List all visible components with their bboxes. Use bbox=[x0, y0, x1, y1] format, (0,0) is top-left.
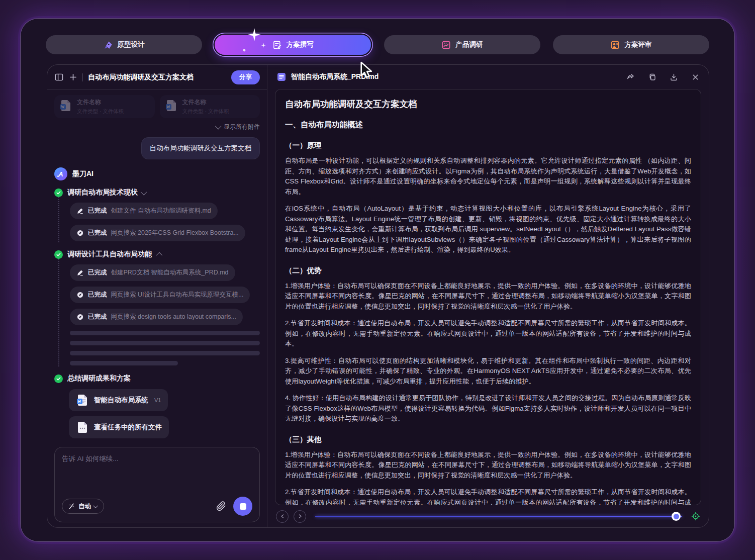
skeleton-bar bbox=[70, 341, 260, 345]
check-icon bbox=[54, 250, 63, 259]
new-chat-button[interactable] bbox=[68, 73, 77, 82]
task-step-status: 已完成 bbox=[88, 207, 107, 215]
markdown-file-icon bbox=[276, 72, 287, 82]
version-slider[interactable] bbox=[315, 512, 682, 521]
slider-thumb[interactable] bbox=[672, 512, 681, 521]
task-step-status: 已完成 bbox=[88, 229, 107, 237]
locate-target-icon[interactable] bbox=[691, 512, 700, 521]
doc-heading: （三）其他 bbox=[285, 435, 691, 444]
tab-product-research[interactable]: 产品调研 bbox=[384, 35, 540, 54]
attachment-card[interactable]: 文件名称文件类型 · 文件体积 bbox=[54, 95, 155, 118]
doc-heading: 自动布局功能调研及交互方案文档 bbox=[285, 98, 691, 110]
composer-input[interactable] bbox=[62, 454, 252, 497]
open-file-title: 智能自动布局系统_PRD.md bbox=[291, 72, 622, 81]
check-icon bbox=[54, 189, 63, 197]
document-actions bbox=[626, 73, 700, 81]
skeleton-bar bbox=[70, 361, 178, 365]
tab-label: 原型设计 bbox=[118, 40, 145, 49]
attachment-meta: 文件类型 · 文件体积 bbox=[77, 108, 124, 115]
close-icon[interactable] bbox=[691, 73, 700, 81]
header-divider bbox=[82, 73, 83, 81]
task-group-title: 调研设计工具自动布局功能 bbox=[67, 250, 152, 259]
attachment-card[interactable]: 文件名称文件类型 · 文件体积 bbox=[160, 95, 260, 118]
task-step-pill[interactable]: 已完成创建PRD文档 智能自动布局系统_PRD.md bbox=[70, 264, 235, 281]
attachment-doc-icon bbox=[165, 99, 178, 114]
task-group-body: 已完成创建文件 自动布局功能调研资料.md已完成网页搜索 2025年CSS Gr… bbox=[58, 197, 260, 242]
task-step-pill[interactable]: 已完成网页搜索 2025年CSS Grid Flexbox Bootstra..… bbox=[70, 225, 245, 241]
tab-proposal-review[interactable]: 方案评审 bbox=[553, 35, 709, 54]
share-icon[interactable] bbox=[626, 73, 635, 81]
doc-heading: 一、自动布局功能概述 bbox=[285, 120, 691, 130]
attachment-name: 文件名称 bbox=[77, 98, 124, 107]
sparkle-icon bbox=[243, 49, 246, 52]
sparkle-icon bbox=[248, 28, 261, 41]
doc-paragraph: 1.增强用户体验：自动布局可以确保页面在不同设备上都能良好地展示，提供一致的用户… bbox=[285, 281, 691, 312]
result-file-card[interactable]: 查看任务中的所有文件 bbox=[69, 416, 169, 438]
composer-toolbar: 自动 bbox=[62, 497, 252, 516]
prev-page-button[interactable] bbox=[276, 510, 289, 523]
doc-heading: （二）优势 bbox=[285, 266, 691, 275]
conversation-title: 自动布局功能调研及交互方案文档 bbox=[88, 73, 226, 82]
task-step-pill[interactable]: 已完成网页搜索 design tools auto layout compari… bbox=[70, 309, 243, 325]
tab-proposal-writing[interactable]: 方案撰写 bbox=[215, 35, 371, 55]
sidebar-toggle-button[interactable] bbox=[54, 73, 63, 82]
attachment-text: 文件名称文件类型 · 文件体积 bbox=[77, 98, 124, 115]
document-content[interactable]: 自动布局功能调研及交互方案文档一、自动布局功能概述（一）原理自动布局是一种设计功… bbox=[275, 89, 701, 505]
task-step-status: 已完成 bbox=[88, 313, 107, 321]
app-window: 原型设计 方案撰写 产品调研 方案评审 bbox=[20, 18, 735, 542]
tab-prototype-design[interactable]: 原型设计 bbox=[46, 35, 202, 54]
assistant-header: A 墨刀AI bbox=[54, 167, 260, 180]
web-search-icon bbox=[76, 291, 84, 299]
doc-edit-icon bbox=[272, 40, 282, 50]
mode-selector[interactable]: 自动 bbox=[62, 499, 104, 514]
chart-icon bbox=[441, 40, 451, 50]
doc-word-icon bbox=[76, 394, 89, 407]
task-step-pill[interactable]: 已完成创建文件 自动布局功能调研资料.md bbox=[70, 203, 218, 219]
chat-scroll-area[interactable]: 文件名称文件类型 · 文件体积文件名称文件类型 · 文件体积 显示所有附件 自动… bbox=[47, 90, 267, 442]
copy-icon[interactable] bbox=[648, 73, 656, 81]
task-group-header[interactable]: 总结调研成果和方案 bbox=[54, 374, 260, 383]
assistant-avatar: A bbox=[54, 167, 67, 180]
composer: 自动 bbox=[54, 447, 260, 522]
chevron-down-icon bbox=[215, 123, 222, 130]
share-button[interactable]: 分享 bbox=[231, 70, 260, 84]
attach-file-button[interactable] bbox=[216, 501, 226, 511]
stop-icon bbox=[240, 503, 246, 510]
slider-track[interactable] bbox=[315, 516, 682, 517]
web-search-icon bbox=[76, 313, 84, 321]
attachment-name: 文件名称 bbox=[182, 98, 229, 107]
chat-panel: 自动布局功能调研及交互方案文档 分享 文件名称文件类型 · 文件体积文件名称文件… bbox=[47, 65, 267, 527]
document-panel-header: 智能自动布局系统_PRD.md bbox=[275, 65, 701, 89]
task-step-pill[interactable]: 已完成网页搜索 UI设计工具自动布局实现原理交互模... bbox=[70, 287, 250, 303]
pen-nib-icon bbox=[104, 40, 113, 50]
document-card: 自动布局功能调研及交互方案文档一、自动布局功能概述（一）原理自动布局是一种设计功… bbox=[275, 89, 701, 505]
top-nav: 原型设计 方案撰写 产品调研 方案评审 bbox=[46, 34, 709, 56]
doc-paragraph: 自动布局是一种设计功能，可以根据定义的规则和关系自动调整和排列容器内的元素。它允… bbox=[285, 156, 691, 197]
main-content: 自动布局功能调研及交互方案文档 分享 文件名称文件类型 · 文件体积文件名称文件… bbox=[47, 64, 709, 528]
tab-label: 方案撰写 bbox=[287, 40, 314, 49]
download-icon[interactable] bbox=[670, 73, 678, 81]
task-group-header[interactable]: 调研设计工具自动布局功能 bbox=[54, 250, 260, 259]
attachment-cards: 文件名称文件类型 · 文件体积文件名称文件类型 · 文件体积 bbox=[54, 95, 260, 118]
task-step-text: 网页搜索 UI设计工具自动布局实现原理交互模... bbox=[111, 291, 244, 299]
task-step-text: 创建PRD文档 智能自动布局系统_PRD.md bbox=[111, 268, 229, 277]
sparkle-icon bbox=[261, 43, 266, 48]
chevron-up-icon bbox=[156, 252, 163, 258]
pen-icon bbox=[76, 207, 84, 215]
task-group-header[interactable]: 调研自动布局技术现状 bbox=[54, 188, 260, 197]
doc-paragraph: 4. 协作性好：使用自动布局构建的设计通常更易于团队协作，特别是改进了设计师和开… bbox=[285, 393, 691, 424]
doc-paragraph: 3.提高可维护性：自动布局可以使页面的结构更加清晰和模块化，易于维护和更新。其在… bbox=[285, 356, 691, 387]
task-group-list: 调研自动布局技术现状已完成创建文件 自动布局功能调研资料.md已完成网页搜索 2… bbox=[54, 188, 260, 383]
mode-label: 自动 bbox=[78, 502, 91, 511]
result-file-card[interactable]: 智能自动布局系统V1 bbox=[69, 389, 168, 411]
pen-icon bbox=[76, 269, 84, 276]
show-all-attachments-button[interactable]: 显示所有附件 bbox=[54, 123, 260, 131]
stop-generation-button[interactable] bbox=[233, 497, 252, 516]
tab-label: 方案评审 bbox=[624, 40, 651, 49]
result-file-name: 智能自动布局系统 bbox=[94, 396, 148, 405]
task-group-title: 调研自动布局技术现状 bbox=[67, 188, 138, 197]
next-page-button[interactable] bbox=[294, 510, 306, 523]
doc-paragraph: 2.节省开发时间和成本：通过使用自动布局，开发人员可以避免手动调整和适配不同屏幕… bbox=[285, 487, 691, 505]
attachment-doc-icon bbox=[59, 99, 72, 114]
task-group: 调研设计工具自动布局功能已完成创建PRD文档 智能自动布局系统_PRD.md已完… bbox=[54, 250, 260, 366]
